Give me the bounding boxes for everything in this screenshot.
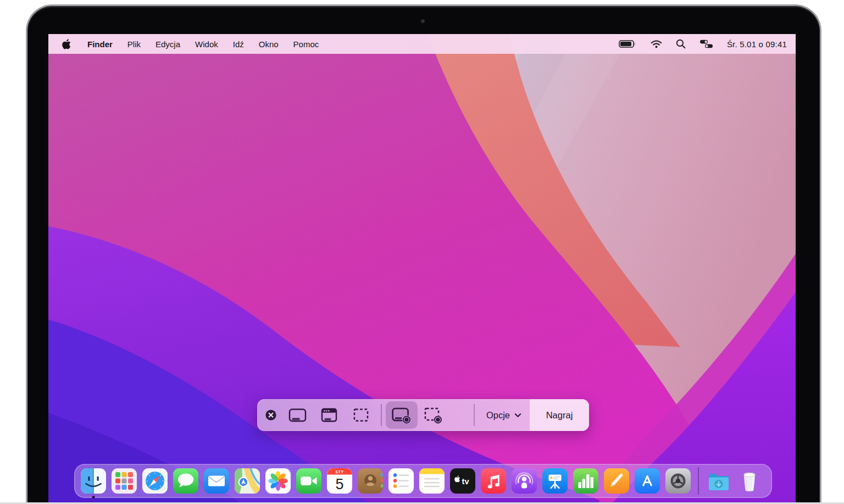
dock-reminders-icon[interactable] bbox=[388, 468, 414, 494]
dock-facetime-icon[interactable] bbox=[296, 468, 322, 494]
menu-item-finder[interactable]: Finder bbox=[87, 40, 113, 49]
desktop-screen: Finder Plik Edycja Widok Idź Okno Pomoc bbox=[48, 34, 796, 504]
dock-tv-icon[interactable]: tv bbox=[449, 468, 476, 494]
wallpaper-monterey bbox=[48, 34, 796, 504]
dock-launchpad-icon[interactable] bbox=[111, 468, 137, 494]
capture-window-button[interactable] bbox=[313, 401, 345, 429]
toolbar-divider bbox=[474, 404, 475, 426]
dock-appstore-icon[interactable] bbox=[634, 468, 660, 494]
dock-trash-icon[interactable] bbox=[736, 468, 763, 494]
search-icon[interactable] bbox=[676, 39, 686, 49]
dock-music-icon[interactable] bbox=[480, 468, 507, 494]
menu-item-edycja[interactable]: Edycja bbox=[156, 40, 180, 49]
battery-icon[interactable] bbox=[619, 40, 637, 48]
dock-messages-icon[interactable] bbox=[173, 468, 199, 494]
record-selection-button[interactable] bbox=[418, 401, 449, 429]
options-button[interactable]: Opcje bbox=[479, 399, 529, 431]
page: Finder Plik Edycja Widok Idź Okno Pomoc bbox=[0, 0, 844, 504]
dock-system-preferences-icon[interactable] bbox=[665, 468, 691, 494]
dock-photos-icon[interactable] bbox=[265, 468, 291, 494]
svg-text:tv: tv bbox=[462, 477, 469, 486]
dock-keynote-icon[interactable] bbox=[542, 468, 568, 494]
record-label: Nagraj bbox=[546, 410, 573, 421]
menu-item-okno[interactable]: Okno bbox=[259, 40, 279, 49]
capture-screen-icon bbox=[288, 407, 307, 423]
dock-numbers-icon[interactable] bbox=[573, 468, 599, 494]
record-selection-icon bbox=[424, 406, 443, 424]
macbook-bezel: Finder Plik Edycja Widok Idź Okno Pomoc bbox=[26, 4, 821, 504]
menu-bar-status-area: Śr. 5.01 o 09:41 bbox=[619, 39, 787, 49]
record-screen-icon bbox=[391, 406, 412, 424]
control-center-icon[interactable] bbox=[699, 40, 713, 48]
dock-maps-icon[interactable] bbox=[234, 468, 260, 494]
options-label: Opcje bbox=[486, 410, 510, 421]
capture-selection-icon bbox=[353, 407, 369, 423]
capture-window-icon bbox=[320, 407, 338, 423]
dock-podcasts-icon[interactable] bbox=[511, 468, 537, 494]
dock-divider bbox=[698, 467, 699, 495]
dock-calendar-icon[interactable]: STY 5 bbox=[326, 468, 353, 494]
menu-item-widok[interactable]: Widok bbox=[195, 40, 218, 49]
camera-dot bbox=[421, 19, 425, 23]
dock-safari-icon[interactable] bbox=[142, 468, 168, 494]
record-button[interactable]: Nagraj bbox=[529, 399, 589, 431]
screenshot-toolbar: Opcje Nagraj bbox=[257, 399, 589, 431]
close-icon[interactable] bbox=[264, 408, 277, 422]
menu-bar-clock[interactable]: Śr. 5.01 o 09:41 bbox=[727, 40, 787, 49]
dock-contacts-icon[interactable] bbox=[357, 468, 384, 494]
capture-selection-button[interactable] bbox=[345, 401, 377, 429]
menu-bar: Finder Plik Edycja Widok Idź Okno Pomoc bbox=[48, 34, 796, 54]
chevron-down-icon bbox=[514, 413, 521, 418]
dock-notes-icon[interactable] bbox=[419, 468, 445, 494]
record-entire-screen-button[interactable] bbox=[386, 401, 418, 429]
menu-item-pomoc[interactable]: Pomoc bbox=[293, 40, 319, 49]
dock-pages-icon[interactable] bbox=[603, 468, 630, 494]
calendar-day-label: 5 bbox=[335, 476, 343, 492]
capture-entire-screen-button[interactable] bbox=[281, 401, 313, 429]
wifi-icon[interactable] bbox=[651, 40, 662, 48]
dock-downloads-folder-icon[interactable] bbox=[706, 468, 732, 494]
toolbar-divider bbox=[381, 404, 382, 426]
calendar-month-label: STY bbox=[335, 470, 343, 474]
apple-logo-icon[interactable] bbox=[62, 38, 71, 49]
menu-item-idz[interactable]: Idź bbox=[233, 40, 244, 49]
dock: STY 5 bbox=[74, 464, 772, 498]
running-indicator bbox=[92, 496, 95, 499]
menu-item-plik[interactable]: Plik bbox=[127, 40, 141, 49]
dock-finder-icon[interactable] bbox=[80, 468, 107, 494]
dock-mail-icon[interactable] bbox=[203, 468, 230, 494]
